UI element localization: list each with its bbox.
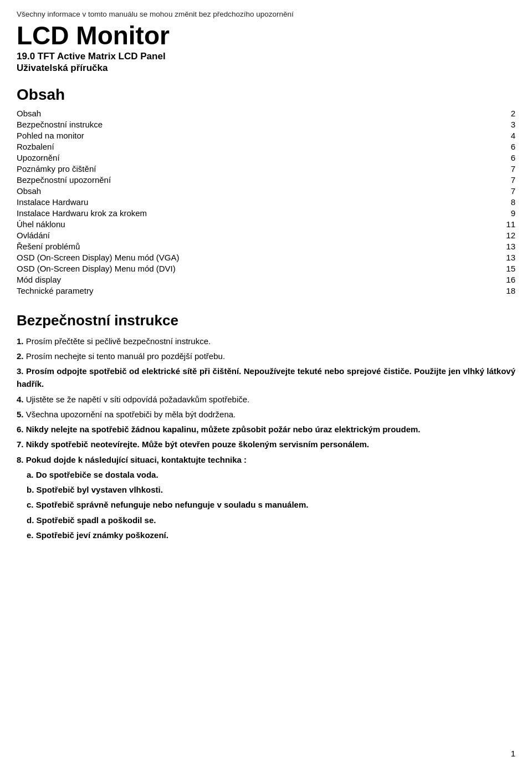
toc-label: Bezpečnostní instrukce <box>17 119 416 130</box>
sub-instruction-item: e. Spotřebič jeví známky poškození. <box>27 529 515 541</box>
top-notice: Všechny informace v tomto manuálu se moh… <box>17 10 515 18</box>
toc-page: 7 <box>416 175 515 186</box>
toc-page: 18 <box>416 285 515 296</box>
toc-row: OSD (On-Screen Display) Menu mód (DVI)15 <box>17 263 515 274</box>
toc-label: Řešení problémů <box>17 241 416 252</box>
instruction-item: 6. Nikdy nelejte na spotřebič žádnou kap… <box>17 423 515 436</box>
toc-row: Bezpečnostní upozornění7 <box>17 175 515 186</box>
toc-row: Obsah7 <box>17 186 515 197</box>
toc-row: OSD (On-Screen Display) Menu mód (VGA)13 <box>17 252 515 263</box>
instruction-item: 5. Všechna upozornění na spotřebiči by m… <box>17 408 515 421</box>
toc-page: 7 <box>416 186 515 197</box>
toc-row: Ovládání12 <box>17 230 515 241</box>
toc-label: Upozornění <box>17 152 416 163</box>
toc-row: Řešení problémů13 <box>17 241 515 252</box>
toc-row: Bezpečnostní instrukce3 <box>17 119 515 130</box>
toc-page: 13 <box>416 241 515 252</box>
main-title: LCD Monitor <box>17 22 515 50</box>
toc-label: Instalace Hardwaru <box>17 197 416 208</box>
toc-row: Technické parametry18 <box>17 285 515 296</box>
toc-page: 4 <box>416 130 515 141</box>
toc-label: Obsah <box>17 108 416 119</box>
toc-page: 16 <box>416 274 515 285</box>
toc-row: Instalace Hardwaru krok za krokem9 <box>17 208 515 219</box>
toc-label: OSD (On-Screen Display) Menu mód (DVI) <box>17 263 416 274</box>
sub-instruction-item: d. Spotřebič spadl a poškodil se. <box>27 514 515 526</box>
sub-instruction-item: b. Spotřebič byl vystaven vlhkosti. <box>27 483 515 496</box>
toc-row: Instalace Hardwaru8 <box>17 197 515 208</box>
toc-label: Bezpečnostní upozornění <box>17 175 416 186</box>
instruction-item: 1. Prosím přečtěte si pečlivě bezpečnost… <box>17 335 515 347</box>
toc-page: 11 <box>416 219 515 230</box>
instruction-item: 7. Nikdy spotřebič neotevírejte. Může bý… <box>17 438 515 451</box>
toc-label: Ovládání <box>17 230 416 241</box>
toc-page: 2 <box>416 108 515 119</box>
sub-instruction-item: a. Do spotřebiče se dostala voda. <box>27 468 515 481</box>
toc-page: 12 <box>416 230 515 241</box>
toc-row: Rozbalení6 <box>17 141 515 152</box>
sub-instruction-item: c. Spotřebič správně nefunguje nebo nefu… <box>27 498 515 511</box>
toc-label: Mód display <box>17 274 416 285</box>
toc-page: 6 <box>416 152 515 163</box>
toc-table: Obsah2Bezpečnostní instrukce3Pohled na m… <box>17 108 515 296</box>
toc-heading: Obsah <box>17 86 515 104</box>
toc-row: Mód display16 <box>17 274 515 285</box>
page-number: 1 <box>511 749 515 758</box>
toc-label: Instalace Hardwaru krok za krokem <box>17 208 416 219</box>
toc-label: Rozbalení <box>17 141 416 152</box>
toc-label: Úhel náklonu <box>17 219 416 230</box>
instruction-item: 4. Ujistěte se že napětí v síti odpovídá… <box>17 393 515 406</box>
toc-page: 6 <box>416 141 515 152</box>
toc-label: Poznámky pro čištění <box>17 163 416 175</box>
instruction-item: 3. Prosím odpojte spotřebič od elektrick… <box>17 365 515 391</box>
section-title: Bezpečnostní instrukce <box>17 312 515 329</box>
toc-page: 3 <box>416 119 515 130</box>
toc-label: OSD (On-Screen Display) Menu mód (VGA) <box>17 252 416 263</box>
toc-row: Obsah2 <box>17 108 515 119</box>
instruction-item: 8. Pokud dojde k následující situaci, ko… <box>17 453 515 466</box>
subtitle-line2: Uživatelská příručka <box>17 63 515 74</box>
toc-page: 7 <box>416 163 515 175</box>
instruction-item: 2. Prosím nechejte si tento manuál pro p… <box>17 350 515 362</box>
toc-page: 15 <box>416 263 515 274</box>
toc-row: Pohled na monitor4 <box>17 130 515 141</box>
toc-page: 8 <box>416 197 515 208</box>
toc-row: Úhel náklonu11 <box>17 219 515 230</box>
toc-page: 13 <box>416 252 515 263</box>
subtitle-line1: 19.0 TFT Active Matrix LCD Panel <box>17 51 515 62</box>
toc-row: Poznámky pro čištění7 <box>17 163 515 175</box>
toc-label: Technické parametry <box>17 285 416 296</box>
toc-label: Pohled na monitor <box>17 130 416 141</box>
toc-label: Obsah <box>17 186 416 197</box>
toc-page: 9 <box>416 208 515 219</box>
toc-row: Upozornění6 <box>17 152 515 163</box>
